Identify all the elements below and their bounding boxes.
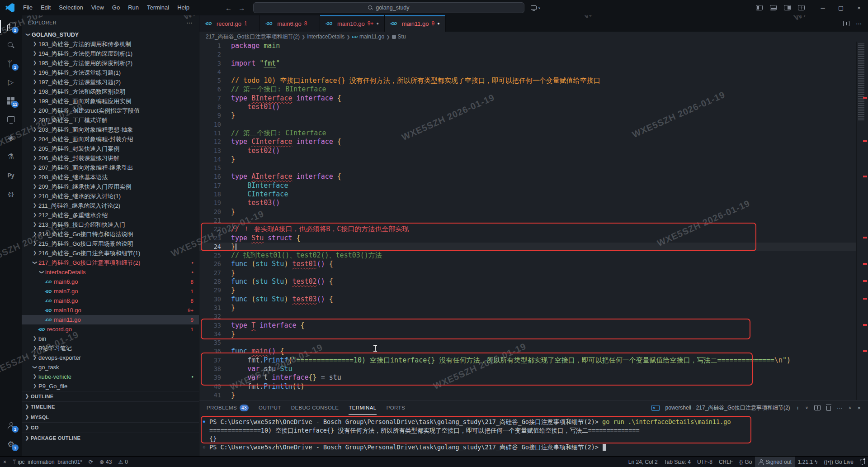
folder-item[interactable]: ❯200_尚硅谷_创建struct实例指定字段值 — [22, 106, 199, 115]
menu-help[interactable]: Help — [173, 0, 193, 15]
code-editor[interactable]: 1package main23import "fmt"45// todo 10)… — [199, 42, 868, 400]
folder-item[interactable]: ❯212_尚硅谷_多重继承介绍 — [22, 210, 199, 220]
status-encoding[interactable]: UTF-8 — [694, 457, 716, 467]
breadcrumb-item[interactable]: GOmain11.go — [352, 33, 385, 40]
activity-remote-explorer[interactable] — [0, 110, 22, 129]
breadcrumb-item[interactable]: Stu — [392, 33, 406, 40]
folder-item[interactable]: ❯GOLANG_STUDY — [22, 30, 199, 39]
activity-source-control[interactable]: 1 — [0, 54, 22, 73]
folder-item[interactable]: ❯208_尚硅谷_继承基本语法 — [22, 172, 199, 182]
section-timeline[interactable]: ❯TIMELINE — [22, 401, 199, 412]
folder-item[interactable]: ❯211_尚硅谷_继承的深入讨论(2) — [22, 201, 199, 210]
tab-main6.go[interactable]: GOmain6.go8× — [260, 15, 320, 32]
folder-item[interactable]: ❯196_尚硅谷_方法课堂练习题(1) — [22, 68, 199, 77]
status-sync[interactable]: ⟳ — [85, 457, 96, 467]
folder-item[interactable]: ❯215_尚硅谷_Go接口应用场景的说明 — [22, 239, 199, 248]
activity-python[interactable] — [0, 166, 22, 184]
activity-extensions[interactable]: 11 — [0, 91, 22, 110]
activity-settings[interactable]: 1 — [0, 435, 22, 453]
folder-item[interactable]: ❯devops-exporter — [22, 353, 199, 362]
section-go[interactable]: ❯GO — [22, 422, 199, 433]
menu-selection[interactable]: Selection — [55, 0, 87, 15]
breadcrumb-item[interactable]: interfaceDetails — [307, 33, 344, 40]
minimize-button[interactable]: ─ — [814, 0, 832, 15]
terminal-profile-dropdown-icon[interactable]: ∨ — [805, 405, 808, 410]
close-panel-icon[interactable]: × — [857, 405, 861, 411]
toggle-sidebar-left-icon[interactable] — [756, 5, 763, 10]
folder-item[interactable]: ❯214_尚硅谷_Go接口特点和语法说明 — [22, 229, 199, 239]
folder-item[interactable]: ❯198_尚硅谷_方法和函数区别说明 — [22, 87, 199, 96]
dirty-dot-icon[interactable]: ● — [376, 21, 378, 26]
folder-item[interactable]: ❯B站学习笔记 — [22, 343, 199, 353]
file-item[interactable]: GOmain6.go8 — [22, 277, 199, 286]
screencast-toggle[interactable]: ∨ — [531, 5, 541, 10]
folder-item[interactable]: ❯195_尚硅谷_方法使用的深度剖析(2) — [22, 58, 199, 68]
folder-item[interactable]: ❯210_尚硅谷_继承的深入讨论(1) — [22, 191, 199, 201]
status-account-signed-out[interactable]: Signed out — [755, 457, 794, 467]
kill-terminal-icon[interactable] — [826, 406, 831, 411]
section-mysql[interactable]: ❯MYSQL — [22, 412, 199, 422]
panel-tab-ports[interactable]: PORTS — [387, 400, 405, 415]
section-package-outline[interactable]: ❯PACKAGE OUTLINE — [22, 433, 199, 443]
folder-item[interactable]: ❯go_task — [22, 362, 199, 372]
dirty-dot-icon[interactable]: ● — [437, 21, 439, 26]
close-button[interactable]: × — [850, 0, 868, 15]
activity-run-debug[interactable] — [0, 73, 22, 91]
menu-edit[interactable]: Edit — [37, 0, 55, 15]
maximize-panel-icon[interactable]: ∧ — [849, 405, 852, 410]
customize-layout-icon[interactable] — [798, 5, 805, 10]
minimap[interactable] — [856, 42, 868, 400]
activity-docker[interactable] — [0, 129, 22, 147]
split-editor-icon[interactable] — [843, 21, 849, 26]
activity-testing[interactable] — [0, 147, 22, 166]
command-center-search[interactable]: golang_study — [253, 2, 524, 13]
forward-icon[interactable]: → — [238, 4, 245, 12]
folder-item[interactable]: ❯201_尚硅谷_工厂模式详解 — [22, 115, 199, 125]
file-item[interactable]: GOmain7.go1 — [22, 286, 199, 296]
folder-item[interactable]: ❯194_尚硅谷_方法使用的深度剖析(1) — [22, 49, 199, 58]
folder-item[interactable]: ❯209_尚硅谷_继承快速入门应用实例 — [22, 182, 199, 191]
status-cursor-position[interactable]: Ln 24, Col 2 — [625, 457, 661, 467]
activity-account[interactable]: 1 — [0, 416, 22, 435]
folder-item[interactable]: ❯kube-vehicle● — [22, 372, 199, 381]
folder-item[interactable]: ❯213_尚硅谷_接口介绍和快速入门 — [22, 220, 199, 229]
toggle-sidebar-right-icon[interactable] — [784, 5, 791, 10]
tab-main11.go[interactable]: GOmain11.go9● — [385, 15, 446, 32]
editor-more-actions-icon[interactable]: ⋯ — [856, 20, 862, 27]
status-git-branch[interactable]: ᛘipc_information_branch01* — [9, 457, 85, 467]
file-item[interactable]: GOmain11.go9 — [22, 315, 199, 324]
folder-item[interactable]: ❯205_尚硅谷_封装快速入门案例 — [22, 144, 199, 153]
folder-item[interactable]: ❯207_尚硅谷_面向对象编程-继承引出 — [22, 163, 199, 172]
tab-record.go[interactable]: GOrecord.go1× — [199, 15, 260, 32]
folder-item[interactable]: ❯217_尚硅谷_Go接口注意事项和细节(2)● — [22, 258, 199, 267]
status-eol[interactable]: CRLF — [716, 457, 736, 467]
status-language-mode[interactable]: {}Go — [736, 457, 755, 467]
status-warnings[interactable]: ⚠0 — [115, 457, 131, 467]
maximize-button[interactable]: ▢ — [832, 0, 850, 15]
folder-item[interactable]: ❯203_尚硅谷_面向对象编程思想-抽象 — [22, 125, 199, 134]
panel-tab-problems[interactable]: PROBLEMS43 — [207, 400, 249, 415]
status-remote[interactable]: × — [0, 457, 9, 467]
folder-item[interactable]: ❯204_尚硅谷_面向对象编程-封装介绍 — [22, 134, 199, 144]
folder-item[interactable]: ❯197_尚硅谷_方法课堂练习题(2) — [22, 77, 199, 87]
section-outline[interactable]: ❯OUTLINE — [22, 391, 199, 401]
file-item[interactable]: GOmain8.go8 — [22, 296, 199, 305]
folder-item[interactable]: ❯193_尚硅谷_方法的调用和传参机制 — [22, 39, 199, 49]
folder-item[interactable]: ❯206_尚硅谷_封装课堂练习讲解 — [22, 153, 199, 163]
split-terminal-icon[interactable] — [814, 405, 821, 410]
panel-tab-output[interactable]: OUTPUT — [259, 400, 281, 415]
back-icon[interactable]: ← — [225, 4, 232, 12]
status-go-version[interactable]: 1.21.1 — [795, 457, 821, 467]
menu-terminal[interactable]: Terminal — [143, 0, 173, 15]
folder-item[interactable]: ❯P9_Go_file — [22, 381, 199, 391]
menu-run[interactable]: Run — [124, 0, 143, 15]
activity-explorer[interactable]: 2 — [0, 17, 22, 36]
toggle-panel-icon[interactable] — [770, 5, 777, 10]
status-tab-size[interactable]: Tab Size: 4 — [661, 457, 694, 467]
file-item[interactable]: GOrecord.go1 — [22, 324, 199, 334]
folder-item[interactable]: ❯bin — [22, 334, 199, 343]
panel-tab-debug-console[interactable]: DEBUG CONSOLE — [291, 400, 339, 415]
status-go-live[interactable]: ((•))Go Live — [821, 457, 857, 467]
folder-item[interactable]: ❯216_尚硅谷_Go接口注意事项和细节(1) — [22, 248, 199, 258]
tab-main10.go[interactable]: GOmain10.go9+● — [320, 15, 385, 32]
